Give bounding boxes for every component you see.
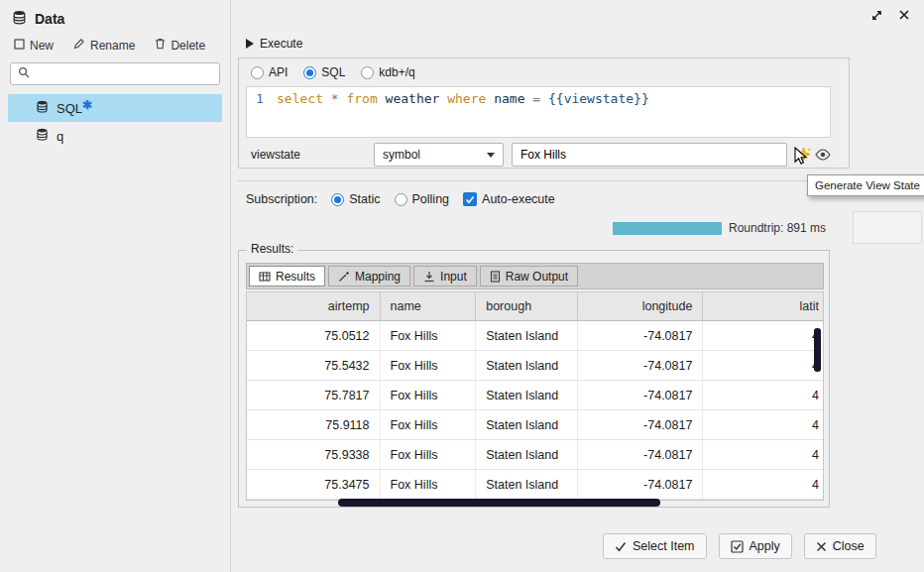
chevron-down-icon xyxy=(487,153,495,158)
data-panel-sidebar: Data New Rename Delete xyxy=(0,0,231,572)
results-legend: Results: xyxy=(247,242,297,256)
code-editor[interactable]: 1 select * from weather where name = {{v… xyxy=(246,86,831,138)
cell-longitude: -74.0817 xyxy=(578,351,704,380)
radio-icon xyxy=(331,193,344,206)
table-header-row: airtemp name borough longitude latit xyxy=(247,292,823,321)
radio-polling[interactable]: Polling xyxy=(395,192,450,206)
radio-icon xyxy=(251,66,264,79)
apply-label: Apply xyxy=(750,539,780,553)
select-item-button[interactable]: Select Item xyxy=(603,533,707,559)
cell-borough: Staten Island xyxy=(476,470,578,499)
rename-button[interactable]: Rename xyxy=(73,38,135,53)
auto-execute-label: Auto-execute xyxy=(482,192,555,206)
panel-title: Data xyxy=(35,11,64,27)
checkbox-check-icon xyxy=(731,540,744,553)
horizontal-scrollbar-thumb[interactable] xyxy=(338,499,660,507)
cell-borough: Staten Island xyxy=(476,381,578,409)
tab-results-label: Results xyxy=(276,270,315,284)
radio-sql-label: SQL xyxy=(321,65,345,79)
table-row: 75.0512 Fox Hills Staten Island -74.0817… xyxy=(247,321,823,351)
unsaved-badge: ✱ xyxy=(82,98,92,112)
radio-kdbq-label: kdb+/q xyxy=(379,65,414,79)
roundtrip-time: Roundtrip: 891 ms xyxy=(729,221,826,235)
checkbox-checked-icon xyxy=(463,192,477,206)
column-header-airtemp[interactable]: airtemp xyxy=(247,292,381,320)
close-button[interactable]: Close xyxy=(804,533,876,559)
search-box xyxy=(10,62,220,85)
apply-button[interactable]: Apply xyxy=(719,533,792,559)
list-item-sql[interactable]: SQL✱ xyxy=(8,94,222,122)
tab-raw-output[interactable]: Raw Output xyxy=(480,266,578,286)
results-tabbar: Results Mapping Input Raw Output xyxy=(246,263,824,289)
radio-icon xyxy=(303,66,316,79)
cell-latitude: 4 xyxy=(703,470,823,499)
execute-button-label: Execute xyxy=(260,37,302,51)
delete-button[interactable]: Delete xyxy=(155,38,205,53)
list-item-q[interactable]: q xyxy=(8,122,222,150)
check-icon xyxy=(615,541,627,552)
query-type-radios: API SQL kdb+/q xyxy=(239,58,849,79)
tab-raw-output-label: Raw Output xyxy=(506,270,568,284)
radio-static-label: Static xyxy=(349,192,380,206)
cell-latitude: 4 xyxy=(703,381,823,409)
cell-latitude: 4 xyxy=(703,440,823,469)
new-file-icon xyxy=(14,39,25,53)
close-icon[interactable] xyxy=(898,9,910,25)
tab-mapping-label: Mapping xyxy=(355,270,401,284)
table-row: 75.9118 Fox Hills Staten Island -74.0817… xyxy=(247,410,823,440)
execute-button[interactable]: Execute xyxy=(246,37,302,51)
cell-longitude: -74.0817 xyxy=(578,381,704,409)
expand-icon[interactable] xyxy=(870,9,883,25)
cell-longitude: -74.0817 xyxy=(578,470,704,499)
column-header-name[interactable]: name xyxy=(381,292,477,320)
code-line: select * from weather where name = {{vie… xyxy=(273,87,653,137)
column-header-latitude[interactable]: latit xyxy=(703,292,823,320)
vertical-scrollbar-thumb[interactable] xyxy=(814,328,821,372)
results-fieldset: Results: Results Mapping Input Raw Outpu… xyxy=(238,250,830,508)
column-header-longitude[interactable]: longitude xyxy=(578,292,704,320)
query-editor-panel: Execute API SQL kdb+/q 1 select * from w… xyxy=(231,0,924,572)
radio-sql[interactable]: SQL xyxy=(303,65,345,79)
radio-icon xyxy=(361,66,374,79)
select-item-label: Select Item xyxy=(633,539,695,553)
new-button[interactable]: New xyxy=(14,38,54,53)
database-icon xyxy=(12,10,27,28)
radio-static[interactable]: Static xyxy=(331,192,380,206)
cell-borough: Staten Island xyxy=(476,321,578,350)
cell-name: Fox Hills xyxy=(381,470,477,499)
auto-execute-checkbox[interactable]: Auto-execute xyxy=(463,192,555,206)
new-button-label: New xyxy=(30,39,54,53)
tab-mapping[interactable]: Mapping xyxy=(328,266,410,286)
rename-button-label: Rename xyxy=(90,39,135,53)
tab-input-label: Input xyxy=(440,270,467,284)
search-input[interactable] xyxy=(36,67,212,81)
cell-longitude: -74.0817 xyxy=(578,321,704,350)
viewstate-type-select[interactable]: symbol xyxy=(374,143,504,167)
viewstate-row: viewstate symbol xyxy=(251,143,831,167)
x-icon xyxy=(816,541,827,552)
viewstate-value-input[interactable] xyxy=(512,143,787,167)
preview-viewstate-button[interactable] xyxy=(815,149,831,161)
play-icon xyxy=(246,39,254,49)
database-icon xyxy=(36,128,49,144)
radio-api[interactable]: API xyxy=(251,65,288,79)
data-item-list: SQL✱ q xyxy=(0,94,230,150)
cell-airtemp: 75.9118 xyxy=(247,410,381,439)
tab-input[interactable]: Input xyxy=(413,266,477,286)
column-header-borough[interactable]: borough xyxy=(476,292,578,320)
trash-icon xyxy=(155,38,166,53)
cell-longitude: -74.0817 xyxy=(578,410,704,439)
cell-airtemp: 75.3475 xyxy=(247,470,381,499)
data-editor-window: Data New Rename Delete xyxy=(0,0,924,572)
background-panel-fragment xyxy=(853,211,922,244)
cell-airtemp: 75.5432 xyxy=(247,351,381,380)
data-panel-header: Data xyxy=(0,0,230,34)
tab-results[interactable]: Results xyxy=(249,266,325,286)
cell-name: Fox Hills xyxy=(381,321,477,350)
table-row: 75.3475 Fox Hills Staten Island -74.0817… xyxy=(247,470,823,500)
delete-button-label: Delete xyxy=(171,39,205,53)
radio-kdbq[interactable]: kdb+/q xyxy=(361,65,414,79)
cell-name: Fox Hills xyxy=(381,410,477,439)
results-table: airtemp name borough longitude latit 75.… xyxy=(246,291,824,501)
sidebar-toolbar: New Rename Delete xyxy=(0,34,230,62)
